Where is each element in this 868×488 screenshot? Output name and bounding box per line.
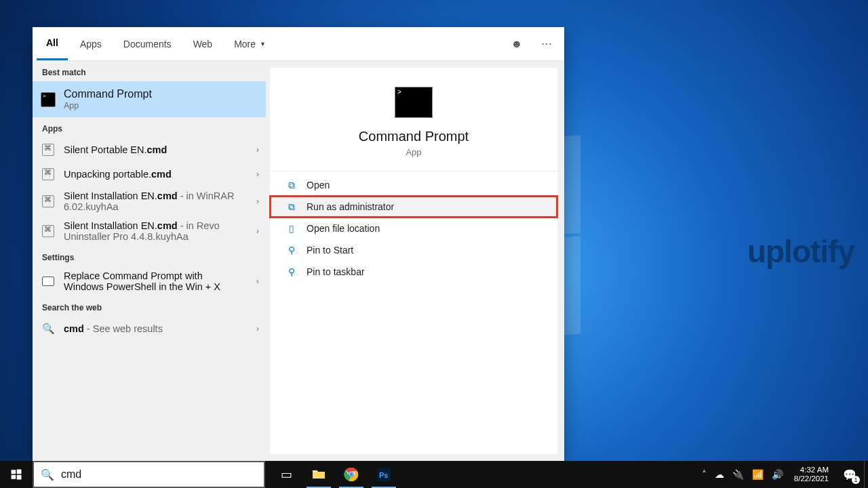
taskbar-search-box[interactable]: 🔍: [33, 461, 265, 488]
folder-icon: [311, 466, 327, 483]
filter-tab-documents[interactable]: Documents: [114, 27, 181, 60]
taskbar-app-file-explorer[interactable]: [302, 461, 335, 488]
search-results-list: Best match Command Prompt App Apps Silen…: [33, 61, 266, 461]
action-open-file-location[interactable]: ▯ Open file location: [270, 218, 557, 239]
tray-onedrive-icon[interactable]: ☁: [711, 469, 728, 480]
app-result-title: Silent Installation EN.cmd - in WinRAR 6…: [64, 190, 241, 212]
search-filter-bar: All Apps Documents Web More ▼ ☻ ⋯: [33, 27, 564, 61]
task-view-button[interactable]: ▭: [270, 461, 302, 488]
web-result-title: cmd - See web results: [64, 323, 241, 334]
action-pin-to-taskbar[interactable]: ⚲ Pin to taskbar: [270, 261, 557, 283]
feedback-icon[interactable]: ☻: [503, 38, 530, 50]
notification-badge: 1: [852, 476, 860, 484]
svg-point-7: [350, 473, 353, 476]
script-file-icon: [41, 167, 56, 182]
search-results-panel: All Apps Documents Web More ▼ ☻ ⋯ Best m…: [33, 27, 564, 461]
action-label: Open: [307, 180, 330, 190]
filter-tab-more[interactable]: More ▼: [224, 27, 275, 60]
script-file-icon: [41, 224, 56, 239]
options-icon[interactable]: ⋯: [533, 37, 560, 50]
settings-result-title: Replace Command Prompt with Windows Powe…: [64, 270, 241, 292]
preview-type: App: [406, 147, 421, 157]
chevron-down-icon: ▼: [260, 41, 266, 47]
cmd-prompt-icon: [395, 87, 433, 118]
settings-icon: [41, 274, 56, 289]
app-result-title: Unpacking portable.cmd: [64, 169, 241, 180]
start-button[interactable]: [0, 461, 33, 488]
tray-volume-icon[interactable]: 🔊: [768, 469, 787, 480]
action-run-as-administrator[interactable]: ⧉ Run as administrator: [270, 196, 557, 218]
svg-rect-2: [12, 475, 16, 479]
taskbar-clock[interactable]: 4:32 AM 8/22/2021: [787, 466, 835, 483]
svg-text:Ps: Ps: [379, 471, 388, 479]
tray-power-icon[interactable]: 🔌: [728, 469, 748, 480]
open-icon: ⧉: [286, 180, 297, 191]
chrome-icon: [343, 466, 359, 483]
chevron-right-icon: ›: [256, 145, 259, 155]
pin-icon: ⚲: [286, 245, 297, 256]
best-match-title: Command Prompt: [64, 88, 241, 100]
filter-tab-all[interactable]: All: [37, 27, 68, 60]
search-icon: 🔍: [41, 321, 56, 336]
taskbar-app-chrome[interactable]: [335, 461, 368, 488]
settings-result[interactable]: Replace Command Prompt with Windows Powe…: [33, 266, 266, 296]
clock-date: 8/22/2021: [794, 474, 829, 483]
svg-rect-1: [17, 470, 22, 474]
section-search-web: Search the web: [33, 296, 266, 317]
result-preview-pane: Command Prompt App ⧉ Open ⧉ Run as admin…: [270, 68, 557, 454]
search-icon: 🔍: [41, 468, 54, 481]
taskbar-app-photoshop[interactable]: Ps: [368, 461, 400, 488]
photoshop-icon: Ps: [376, 466, 392, 483]
action-open[interactable]: ⧉ Open: [270, 174, 557, 196]
app-result-title: Silent Installation EN.cmd - in Revo Uni…: [64, 220, 241, 242]
app-result[interactable]: Silent Portable EN.cmd ›: [33, 138, 266, 162]
action-label: Pin to taskbar: [307, 266, 365, 277]
filter-tab-web[interactable]: Web: [184, 27, 222, 60]
section-best-match: Best match: [33, 61, 266, 81]
chevron-right-icon: ›: [256, 277, 259, 286]
chevron-right-icon: ›: [256, 324, 259, 333]
action-label: Open file location: [307, 223, 380, 234]
app-result[interactable]: Silent Installation EN.cmd - in WinRAR 6…: [33, 186, 266, 216]
action-label: Run as administrator: [307, 201, 394, 212]
admin-shield-icon: ⧉: [286, 201, 297, 213]
app-result[interactable]: Silent Installation EN.cmd - in Revo Uni…: [33, 216, 266, 246]
web-result[interactable]: 🔍 cmd - See web results ›: [33, 317, 266, 341]
app-result-title: Silent Portable EN.cmd: [64, 144, 241, 155]
script-file-icon: [41, 194, 56, 209]
folder-icon: ▯: [286, 223, 297, 234]
preview-actions: ⧉ Open ⧉ Run as administrator ▯ Open fil…: [270, 171, 557, 285]
task-view-icon: ▭: [281, 467, 292, 482]
section-settings: Settings: [33, 246, 266, 266]
action-pin-to-start[interactable]: ⚲ Pin to Start: [270, 239, 557, 261]
tray-wifi-icon[interactable]: 📶: [748, 469, 768, 480]
chevron-right-icon: ›: [256, 226, 259, 236]
script-file-icon: [41, 142, 56, 157]
windows-logo-icon: [10, 468, 22, 481]
search-input[interactable]: [61, 468, 257, 481]
svg-rect-3: [17, 475, 22, 480]
chevron-right-icon: ›: [256, 169, 259, 179]
section-apps: Apps: [33, 117, 266, 138]
best-match-item[interactable]: Command Prompt App: [33, 81, 266, 117]
pin-icon: ⚲: [286, 266, 297, 277]
cmd-prompt-icon: [41, 92, 56, 107]
best-match-subtitle: App: [64, 101, 241, 110]
system-tray: ˄ ☁ 🔌 📶 🔊 4:32 AM 8/22/2021 💬 1: [698, 461, 868, 488]
watermark-text: uplotify: [747, 233, 854, 270]
chevron-right-icon: ›: [256, 197, 259, 206]
action-center-button[interactable]: 💬 1: [835, 461, 864, 488]
action-label: Pin to Start: [307, 245, 353, 256]
show-desktop-button[interactable]: [864, 461, 868, 488]
svg-rect-0: [12, 470, 16, 474]
preview-title: Command Prompt: [359, 129, 469, 144]
app-result[interactable]: Unpacking portable.cmd ›: [33, 162, 266, 186]
filter-more-label: More: [234, 39, 256, 49]
filter-tab-apps[interactable]: Apps: [71, 27, 111, 60]
tray-expand-icon[interactable]: ˄: [698, 469, 711, 480]
clock-time: 4:32 AM: [794, 466, 829, 474]
